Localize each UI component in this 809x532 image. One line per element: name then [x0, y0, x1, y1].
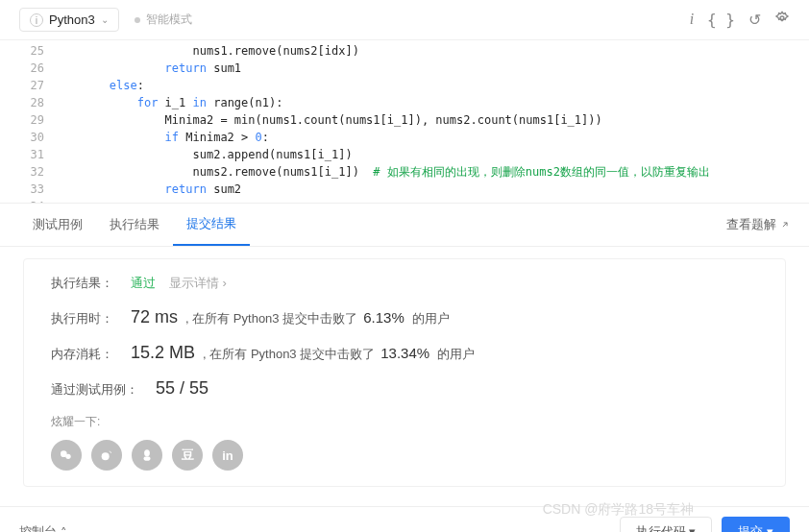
submit-label: 提交: [738, 524, 763, 532]
mode-dot-icon: [135, 17, 140, 23]
settings-icon[interactable]: [774, 11, 790, 30]
share-label: 炫耀一下:: [51, 414, 758, 430]
line-gutter: 25262728293031323334: [0, 42, 54, 203]
linkedin-icon[interactable]: in: [212, 440, 243, 471]
external-link-icon: [780, 220, 790, 230]
chevron-down-icon: ⌄: [101, 14, 109, 25]
code-editor[interactable]: 25262728293031323334 nums1.remove(nums2[…: [0, 40, 809, 204]
tab-run-result[interactable]: 执行结果: [96, 205, 173, 245]
tab-submit-result[interactable]: 提交结果: [173, 204, 250, 246]
memory-row: 内存消耗： 15.2 MB , 在所有 Python3 提交中击败了 13.34…: [51, 343, 758, 363]
svg-point-5: [144, 456, 151, 461]
runtime-text2: 的用户: [412, 310, 450, 327]
runtime-label: 执行用时：: [51, 310, 113, 327]
chevron-up-icon: ˄: [61, 525, 67, 533]
submit-button[interactable]: 提交 ▾: [722, 517, 790, 532]
top-toolbar: i Python3 ⌄ 智能模式 i { } ↺: [0, 0, 809, 40]
memory-value: 15.2 MB: [131, 343, 195, 363]
runtime-text: , 在所有 Python3 提交中击败了: [185, 310, 357, 327]
svg-point-3: [102, 452, 110, 460]
tab-testcase[interactable]: 测试用例: [19, 205, 96, 245]
cases-value: 55 / 55: [156, 378, 208, 399]
bottom-bar: 控制台 ˄ 执行代码 ▾ 提交 ▾: [0, 506, 809, 532]
details-link[interactable]: 显示详情 ›: [169, 275, 227, 292]
language-label: Python3: [49, 12, 95, 27]
cases-label: 通过测试用例：: [51, 381, 138, 399]
runtime-pct: 6.13%: [363, 309, 404, 326]
undo-icon[interactable]: ↺: [748, 11, 761, 30]
run-label: 执行代码: [636, 524, 686, 532]
memory-pct: 13.34%: [380, 345, 429, 361]
mode-label: 智能模式: [146, 12, 192, 28]
info-icon[interactable]: i: [690, 11, 694, 30]
qq-icon[interactable]: [132, 440, 162, 471]
console-label: 控制台: [19, 523, 57, 532]
memory-text: , 在所有 Python3 提交中击败了: [203, 346, 375, 363]
view-solution-label: 查看题解: [726, 216, 776, 233]
wechat-icon[interactable]: [51, 440, 82, 471]
status-value: 通过: [131, 275, 156, 292]
testcases-row: 通过测试用例： 55 / 55: [51, 378, 758, 399]
memory-text2: 的用户: [437, 346, 475, 363]
info-icon: i: [30, 13, 43, 27]
status-label: 执行结果：: [51, 275, 113, 292]
svg-point-0: [780, 16, 784, 20]
mode-indicator: 智能模式: [135, 12, 192, 28]
code-content[interactable]: nums1.remove(nums2[idx]) return sum1 els…: [54, 42, 809, 203]
runtime-row: 执行用时： 72 ms , 在所有 Python3 提交中击败了 6.13% 的…: [51, 307, 758, 327]
results-panel: 执行结果： 通过 显示详情 › 执行用时： 72 ms , 在所有 Python…: [23, 258, 786, 487]
view-solution-link[interactable]: 查看题解: [726, 216, 790, 233]
braces-icon[interactable]: { }: [707, 11, 735, 30]
status-row: 执行结果： 通过 显示详情 ›: [51, 275, 758, 292]
svg-point-2: [65, 454, 70, 459]
svg-point-4: [144, 449, 150, 456]
weibo-icon[interactable]: [91, 440, 122, 471]
memory-label: 内存消耗：: [51, 346, 113, 363]
share-icons: 豆 in: [51, 440, 758, 471]
douban-icon[interactable]: 豆: [172, 440, 203, 471]
runtime-value: 72 ms: [131, 307, 178, 327]
toolbar-actions: i { } ↺: [690, 11, 790, 30]
result-tabs: 测试用例 执行结果 提交结果 查看题解: [0, 204, 809, 247]
language-selector[interactable]: i Python3 ⌄: [19, 8, 119, 32]
console-toggle[interactable]: 控制台 ˄: [19, 523, 67, 532]
run-code-button[interactable]: 执行代码 ▾: [620, 517, 713, 532]
